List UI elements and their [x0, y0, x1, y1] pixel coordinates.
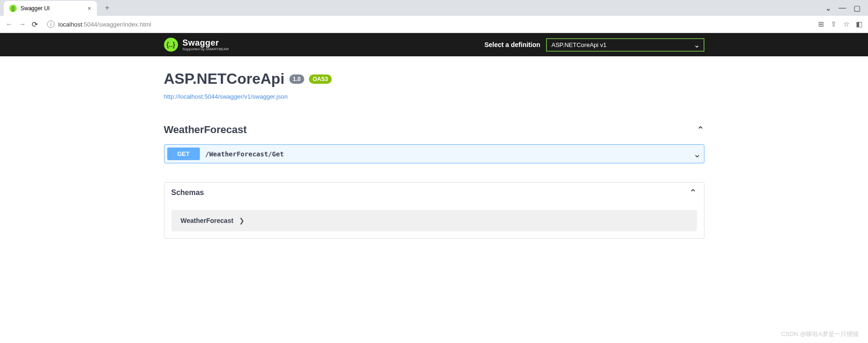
schemas-title: Schemas: [171, 188, 204, 197]
operation-row[interactable]: GET /WeatherForecast/Get ⌄: [164, 144, 704, 163]
url-port: :5044: [82, 21, 97, 28]
schemas-section: Schemas ⌃ WeatherForecast ❯: [164, 182, 704, 239]
oas-badge: OAS3: [309, 74, 332, 84]
share-icon[interactable]: ⇧: [831, 20, 837, 28]
swagger-logo[interactable]: {..} Swagger Supported by SMARTBEAR: [164, 38, 229, 52]
api-title: ASP.NETCoreApi: [164, 70, 285, 87]
tab-title: Swagger UI: [21, 5, 84, 12]
tab-bar: {} Swagger UI × + ⌄ — ▢: [0, 0, 868, 16]
url-host: localhost: [58, 21, 82, 28]
chevron-up-icon: ⌃: [689, 187, 697, 198]
reload-button[interactable]: ⟳: [32, 20, 38, 29]
schema-item[interactable]: WeatherForecast ❯: [171, 210, 697, 231]
browser-tab[interactable]: {} Swagger UI ×: [4, 1, 97, 16]
chevron-right-icon: ❯: [239, 217, 245, 224]
toolbar-icons: ⊞ ⇧ ☆ ◧: [818, 20, 862, 28]
spec-link[interactable]: http://localhost:5044/swagger/v1/swagger…: [164, 93, 288, 100]
chevron-up-icon: ⌃: [697, 124, 704, 135]
chevron-down-icon: ⌄: [693, 148, 701, 160]
url-path: /swagger/index.html: [97, 21, 151, 28]
tag-header[interactable]: WeatherForecast ⌃: [164, 119, 704, 141]
swagger-logo-icon: {..}: [164, 38, 178, 52]
minimize-icon[interactable]: —: [839, 4, 846, 13]
url-text: localhost:5044/swagger/index.html: [58, 21, 151, 28]
star-icon[interactable]: ☆: [843, 20, 849, 28]
swagger-favicon-icon: {}: [9, 5, 17, 12]
forward-button[interactable]: →: [19, 20, 26, 28]
definition-label: Select a definition: [485, 41, 540, 48]
sidepanel-icon[interactable]: ◧: [856, 20, 862, 28]
logo-text: Swagger: [183, 38, 219, 47]
definition-select[interactable]: ASP.NETCoreApi v1: [546, 38, 704, 52]
translate-icon[interactable]: ⊞: [818, 20, 824, 28]
url-bar[interactable]: i localhost:5044/swagger/index.html: [43, 18, 813, 31]
method-badge: GET: [167, 148, 200, 160]
main-content: ASP.NETCoreApi 1.0 OAS3 http://localhost…: [155, 56, 714, 253]
schemas-body: WeatherForecast ❯: [164, 203, 704, 238]
logo-subtitle: Supported by SMARTBEAR: [183, 47, 229, 51]
api-header: ASP.NETCoreApi 1.0 OAS3 http://localhost…: [164, 70, 704, 101]
definition-selector-area: Select a definition ASP.NETCoreApi v1 ⌄: [485, 38, 704, 52]
tag-section: WeatherForecast ⌃ GET /WeatherForecast/G…: [164, 119, 704, 163]
chevron-down-icon[interactable]: ⌄: [825, 4, 831, 13]
new-tab-button[interactable]: +: [101, 1, 114, 14]
info-icon[interactable]: i: [47, 20, 55, 28]
back-button[interactable]: ←: [6, 20, 13, 28]
operation-path: /WeatherForecast/Get: [205, 150, 693, 158]
tag-name: WeatherForecast: [164, 124, 247, 136]
browser-chrome: {} Swagger UI × + ⌄ — ▢ ← → ⟳ i localhos…: [0, 0, 868, 33]
maximize-icon[interactable]: ▢: [854, 4, 861, 13]
browser-toolbar: ← → ⟳ i localhost:5044/swagger/index.htm…: [0, 16, 868, 33]
schemas-header[interactable]: Schemas ⌃: [164, 182, 704, 203]
version-badge: 1.0: [289, 74, 305, 84]
window-controls: ⌄ — ▢: [825, 4, 868, 13]
schema-name: WeatherForecast: [181, 217, 233, 224]
close-icon[interactable]: ×: [88, 5, 91, 12]
swagger-topbar: {..} Swagger Supported by SMARTBEAR Sele…: [0, 33, 868, 56]
